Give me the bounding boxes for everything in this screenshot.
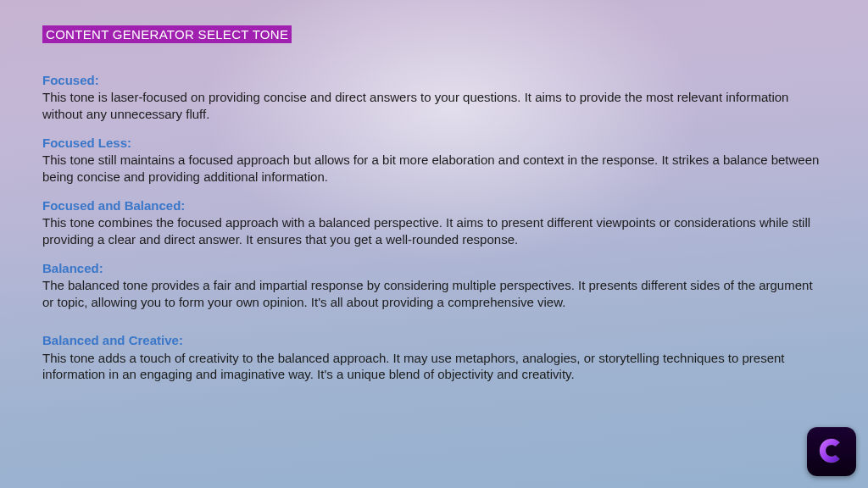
slide-page: CONTENT GENERATOR SELECT TONE Focused: T… — [0, 0, 868, 412]
section-body: The balanced tone provides a fair and im… — [42, 277, 826, 311]
app-logo-icon — [807, 427, 856, 476]
section-heading: Balanced and Creative: — [42, 332, 826, 349]
section-body: This tone combines the focused approach … — [42, 214, 826, 248]
section-heading: Focused and Balanced: — [42, 197, 826, 214]
section-heading: Focused Less: — [42, 135, 826, 152]
section-heading: Focused: — [42, 72, 826, 89]
section-body: This tone still maintains a focused appr… — [42, 152, 826, 186]
section-body: This tone is laser-focused on providing … — [42, 89, 826, 123]
tone-section-focused-balanced: Focused and Balanced: This tone combines… — [42, 197, 826, 248]
page-title: CONTENT GENERATOR SELECT TONE — [42, 25, 292, 43]
section-body: This tone adds a touch of creativity to … — [42, 350, 826, 384]
tone-section-balanced: Balanced: The balanced tone provides a f… — [42, 260, 826, 311]
tone-section-focused-less: Focused Less: This tone still maintains … — [42, 135, 826, 186]
section-heading: Balanced: — [42, 260, 826, 277]
tone-section-focused: Focused: This tone is laser-focused on p… — [42, 72, 826, 123]
tone-section-balanced-creative: Balanced and Creative: This tone adds a … — [42, 332, 826, 383]
